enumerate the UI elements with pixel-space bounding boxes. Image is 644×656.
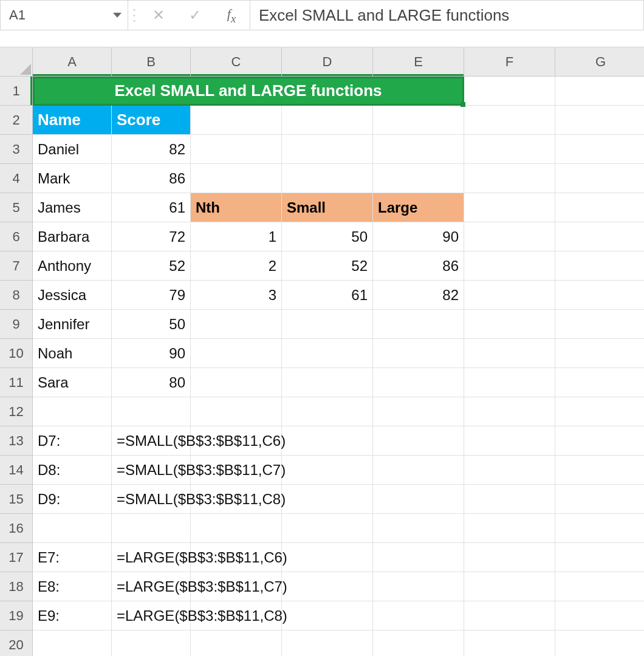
cell-F18[interactable] <box>464 572 555 601</box>
cell-B12[interactable] <box>112 397 191 426</box>
cell-B17[interactable]: =LARGE($B$3:$B$11,C6) <box>112 543 191 572</box>
spreadsheet-grid[interactable]: A B C D E F G 1 Excel SMALL and LARGE fu… <box>0 47 644 656</box>
col-header-A[interactable]: A <box>33 47 112 77</box>
cell-G10[interactable] <box>555 339 644 368</box>
row-header-2[interactable]: 2 <box>0 106 33 135</box>
cell-G1[interactable] <box>555 77 644 106</box>
cell-E13[interactable] <box>373 426 464 456</box>
cell-G16[interactable] <box>555 514 644 543</box>
col-header-B[interactable]: B <box>112 47 191 77</box>
cell-E12[interactable] <box>373 397 464 426</box>
cell-A3[interactable]: Daniel <box>33 135 112 164</box>
row-header-12[interactable]: 12 <box>0 397 33 426</box>
cell-B16[interactable] <box>112 514 191 543</box>
cell-D16[interactable] <box>282 514 373 543</box>
cell-G6[interactable] <box>555 222 644 251</box>
cell-B20[interactable] <box>112 630 191 656</box>
cell-F1[interactable] <box>464 77 555 106</box>
cell-B9[interactable]: 50 <box>112 310 191 339</box>
cell-E8[interactable]: 82 <box>373 281 464 310</box>
header-nth[interactable]: Nth <box>191 193 282 222</box>
cell-F20[interactable] <box>464 630 555 656</box>
cancel-icon[interactable]: ✕ <box>140 7 177 24</box>
row-header-11[interactable]: 11 <box>0 368 33 397</box>
cell-F14[interactable] <box>464 456 555 485</box>
cell-E19[interactable] <box>373 601 464 630</box>
cell-E10[interactable] <box>373 339 464 368</box>
cell-G8[interactable] <box>555 281 644 310</box>
row-header-7[interactable]: 7 <box>0 251 33 281</box>
cell-D10[interactable] <box>282 339 373 368</box>
cell-F6[interactable] <box>464 222 555 251</box>
cell-C11[interactable] <box>191 368 282 397</box>
cell-D14[interactable] <box>282 456 373 485</box>
cell-F7[interactable] <box>464 251 555 281</box>
cell-E16[interactable] <box>373 514 464 543</box>
cell-B10[interactable]: 90 <box>112 339 191 368</box>
cell-B18[interactable]: =LARGE($B$3:$B$11,C7) <box>112 572 191 601</box>
cell-A14[interactable]: D8: <box>33 456 112 485</box>
cell-E7[interactable]: 86 <box>373 251 464 281</box>
cell-G7[interactable] <box>555 251 644 281</box>
cell-G5[interactable] <box>555 193 644 222</box>
cell-D12[interactable] <box>282 397 373 426</box>
cell-G12[interactable] <box>555 397 644 426</box>
cell-A20[interactable] <box>33 630 112 656</box>
cell-A10[interactable]: Noah <box>33 339 112 368</box>
cell-G15[interactable] <box>555 485 644 514</box>
cell-D13[interactable] <box>282 426 373 456</box>
col-header-D[interactable]: D <box>282 47 373 77</box>
cell-G19[interactable] <box>555 601 644 630</box>
cell-G20[interactable] <box>555 630 644 656</box>
cell-E17[interactable] <box>373 543 464 572</box>
cell-E15[interactable] <box>373 485 464 514</box>
cell-A18[interactable]: E8: <box>33 572 112 601</box>
cell-C16[interactable] <box>191 514 282 543</box>
cell-F13[interactable] <box>464 426 555 456</box>
cell-G17[interactable] <box>555 543 644 572</box>
col-header-F[interactable]: F <box>464 47 555 77</box>
cell-C4[interactable] <box>191 164 282 193</box>
col-header-E[interactable]: E <box>373 47 464 77</box>
cell-A19[interactable]: E9: <box>33 601 112 630</box>
header-small[interactable]: Small <box>282 193 373 222</box>
cell-G13[interactable] <box>555 426 644 456</box>
cell-C9[interactable] <box>191 310 282 339</box>
name-box[interactable]: A1 <box>1 1 128 30</box>
cell-B15[interactable]: =SMALL($B$3:$B$11,C8) <box>112 485 191 514</box>
cell-C8[interactable]: 3 <box>191 281 282 310</box>
cell-F8[interactable] <box>464 281 555 310</box>
row-header-10[interactable]: 10 <box>0 339 33 368</box>
cell-D2[interactable] <box>282 106 373 135</box>
cell-F9[interactable] <box>464 310 555 339</box>
row-header-5[interactable]: 5 <box>0 193 33 222</box>
row-header-6[interactable]: 6 <box>0 222 33 251</box>
cell-F17[interactable] <box>464 543 555 572</box>
cell-A17[interactable]: E7: <box>33 543 112 572</box>
cell-B5[interactable]: 61 <box>112 193 191 222</box>
cell-D7[interactable]: 52 <box>282 251 373 281</box>
header-name[interactable]: Name <box>33 106 112 135</box>
row-header-9[interactable]: 9 <box>0 310 33 339</box>
title-cell[interactable]: Excel SMALL and LARGE functions <box>33 77 464 106</box>
cell-C10[interactable] <box>191 339 282 368</box>
cell-G14[interactable] <box>555 456 644 485</box>
cell-B3[interactable]: 82 <box>112 135 191 164</box>
cell-G18[interactable] <box>555 572 644 601</box>
cell-F16[interactable] <box>464 514 555 543</box>
cell-D9[interactable] <box>282 310 373 339</box>
cell-G11[interactable] <box>555 368 644 397</box>
cell-F19[interactable] <box>464 601 555 630</box>
row-header-14[interactable]: 14 <box>0 456 33 485</box>
cell-B19[interactable]: =LARGE($B$3:$B$11,C8) <box>112 601 191 630</box>
cell-A11[interactable]: Sara <box>33 368 112 397</box>
cell-F11[interactable] <box>464 368 555 397</box>
row-header-3[interactable]: 3 <box>0 135 33 164</box>
row-header-8[interactable]: 8 <box>0 281 33 310</box>
cell-B13[interactable]: =SMALL($B$3:$B$11,C6) <box>112 426 191 456</box>
cell-F10[interactable] <box>464 339 555 368</box>
cell-F12[interactable] <box>464 397 555 426</box>
cell-E14[interactable] <box>373 456 464 485</box>
row-header-17[interactable]: 17 <box>0 543 33 572</box>
header-large[interactable]: Large <box>373 193 464 222</box>
